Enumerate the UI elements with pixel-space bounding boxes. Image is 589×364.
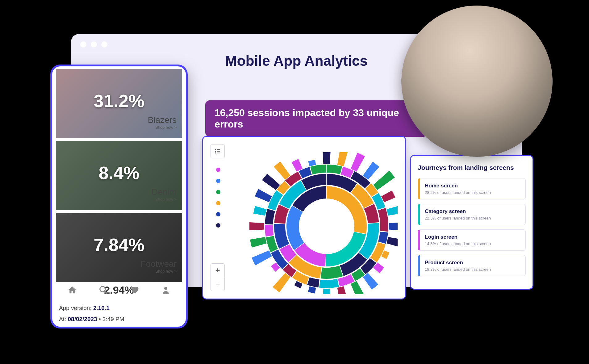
- zoom-out-button[interactable]: −: [211, 277, 224, 291]
- journeys-title: Journeys from landing screens: [418, 164, 526, 171]
- legend-dot[interactable]: [216, 201, 220, 205]
- tile-category: Blazers: [148, 115, 177, 125]
- journey-subtitle: 28.2% of users landed on this screen: [425, 190, 520, 195]
- tile-cta[interactable]: Shop now >: [148, 125, 177, 130]
- legend-dot[interactable]: [216, 168, 220, 172]
- heart-icon[interactable]: [130, 285, 139, 295]
- tile-percent: 8.4%: [56, 162, 182, 183]
- error-banner: 16,250 sessions impacted by 33 unique er…: [205, 100, 428, 137]
- sunburst-chart[interactable]: [249, 152, 398, 294]
- journey-item[interactable]: Login screen14.5% of users landed on thi…: [418, 229, 526, 251]
- journey-name: Product screen: [425, 260, 520, 266]
- session-time: 3:49 PM: [102, 316, 124, 322]
- tile-percent: 31.2%: [56, 90, 182, 111]
- legend-dots: [216, 168, 220, 228]
- legend-dot[interactable]: [216, 212, 220, 216]
- tile-category: Footwear: [140, 259, 177, 269]
- window-dot[interactable]: [91, 41, 97, 48]
- legend-dot[interactable]: [216, 179, 220, 183]
- svg-rect-1: [217, 149, 220, 150]
- phone-tile[interactable]: 8.4%DenimShop now >: [56, 141, 182, 210]
- tile-category: Denim: [152, 187, 177, 197]
- journey-subtitle: 18.8% of users landed on this screen: [425, 267, 520, 272]
- phone-tile[interactable]: 31.2%BlazersShop now >: [56, 69, 182, 138]
- phone-mock: 31.2%BlazersShop now >8.4%DenimShop now …: [50, 65, 188, 328]
- journeys-card: Journeys from landing screens Home scree…: [410, 155, 533, 290]
- legend-dot[interactable]: [216, 223, 220, 228]
- tile-percent: 7.84%: [56, 234, 182, 255]
- svg-point-8: [164, 287, 167, 290]
- svg-rect-5: [217, 153, 220, 153]
- list-icon: [214, 148, 221, 155]
- journey-name: Category screen: [425, 208, 520, 215]
- journey-subtitle: 22.3% of users landed on this screen: [425, 216, 520, 220]
- phone-meta: App version: 2.10.1 At: 08/02/2023 • 3:4…: [52, 295, 186, 325]
- journey-item[interactable]: Product screen18.8% of users landed on t…: [418, 255, 526, 276]
- svg-point-4: [215, 153, 216, 154]
- svg-point-2: [215, 151, 216, 152]
- svg-point-0: [215, 149, 216, 150]
- svg-line-7: [105, 291, 107, 294]
- legend-dot[interactable]: [216, 190, 220, 194]
- journey-name: Login screen: [425, 234, 520, 240]
- window-dot[interactable]: [80, 41, 86, 48]
- app-version: 2.10.1: [93, 305, 110, 311]
- home-icon[interactable]: [68, 285, 77, 295]
- search-icon[interactable]: [99, 285, 108, 295]
- svg-rect-3: [217, 151, 220, 152]
- phone-nav-bar: 2.94%: [52, 282, 186, 295]
- phone-tile[interactable]: 7.84%FootwearShop now >: [56, 213, 182, 282]
- legend-toggle-button[interactable]: [211, 144, 225, 158]
- session-date: 08/02/2023: [68, 316, 97, 322]
- user-avatar: [401, 6, 553, 157]
- tile-cta[interactable]: Shop now >: [152, 197, 177, 202]
- window-dot[interactable]: [101, 41, 107, 48]
- journey-item[interactable]: Category screen22.3% of users landed on …: [418, 204, 526, 225]
- sunburst-card: + −: [202, 136, 406, 299]
- journey-subtitle: 14.5% of users landed on this screen: [425, 241, 520, 246]
- user-icon[interactable]: [161, 285, 170, 295]
- journey-name: Home screen: [425, 183, 520, 189]
- tile-cta[interactable]: Shop now >: [140, 269, 177, 274]
- svg-point-6: [100, 287, 106, 292]
- zoom-in-button[interactable]: +: [211, 264, 224, 277]
- zoom-controls: + −: [211, 263, 225, 291]
- journey-item[interactable]: Home screen28.2% of users landed on this…: [418, 178, 526, 199]
